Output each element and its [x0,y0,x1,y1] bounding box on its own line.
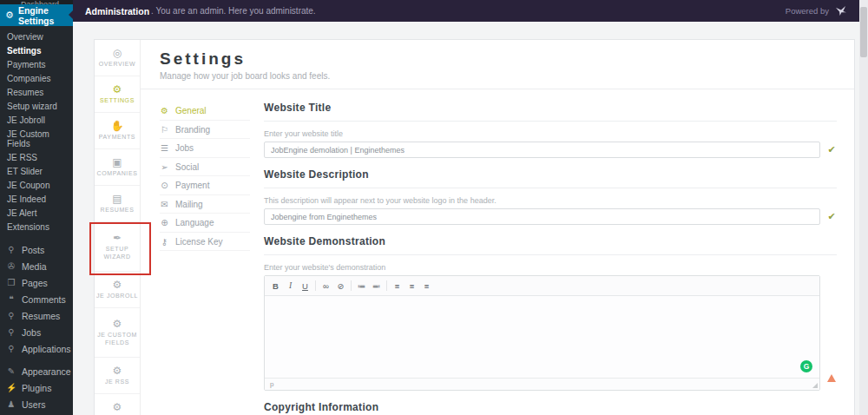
media-icon: ✇ [6,262,16,271]
tab-license-key[interactable]: ⚷ License Key [160,233,250,252]
tab-label: Payment [175,181,209,190]
sidebar-item-label: Applications [22,344,71,354]
bold-button[interactable]: B [268,280,283,293]
tab-language[interactable]: ⊕ Language [160,214,250,233]
bullet-list-button[interactable]: ≔ [354,280,369,293]
section-heading-website-description: Website Description [264,168,837,188]
underline-button[interactable]: U [298,280,312,293]
toolbar-separator [315,280,316,291]
sidebar-item-je-indeed[interactable]: JE Indeed [0,192,73,206]
admin-bar-title: Administration [85,6,149,16]
panel-nav-settings[interactable]: ⚙ SETTINGS [95,76,140,113]
gear-icon: ⚙ [113,402,122,412]
sidebar-item-label: Appearance [22,366,71,377]
align-right-button[interactable]: ≡ [419,280,434,293]
panel-nav-et-slider[interactable]: ⚙ ET SLIDER [95,394,140,415]
resize-handle-icon[interactable] [812,383,818,388]
link-button[interactable]: ∞ [319,280,333,293]
engine-settings-submenu: Overview Settings Payments Companies Res… [0,26,73,234]
align-left-button[interactable]: ≡ [390,280,404,293]
plugin-icon: ⚡ [6,384,16,392]
panel-nav-companies[interactable]: ▣ COMPANIES [95,149,140,186]
tab-social[interactable]: ➢ Social [160,158,250,177]
sidebar-item-label: Plugins [22,383,51,393]
editor-body[interactable]: G [265,296,819,378]
sidebar-item-pages[interactable]: ❐ Pages [0,274,73,291]
tab-mailing[interactable]: ✉ Mailing [160,195,250,214]
valid-check-icon: ✔ [826,144,837,155]
sidebar-item-je-rss[interactable]: JE RSS [0,150,73,164]
panel-nav-je-custom-fields[interactable]: ⚙ JE CUSTOM FIELDS [95,308,140,358]
tab-branding[interactable]: ⚐ Branding [160,121,250,140]
browser-scrollbar[interactable] [859,0,868,415]
scrollbar-thumb[interactable] [860,7,867,57]
key-icon: ⚷ [160,237,169,247]
nav-label: RESUMES [101,207,135,214]
sidebar-item-payments[interactable]: Payments [0,57,73,71]
sidebar-item-setup-wizard[interactable]: Setup wizard [0,99,73,113]
sidebar-item-settings[interactable]: Settings [0,43,73,57]
italic-button[interactable]: I [283,280,298,293]
admin-bar-subtitle: . You are an admin. Here you administrat… [151,6,316,16]
tab-payment[interactable]: ⊙ Payment [160,176,250,195]
admin-content-area: ◎ OVERVIEW ⚙ SETTINGS ✋ PAYMENTS ▣ COMPA… [73,22,859,415]
sidebar-item-je-alert[interactable]: JE Alert [0,206,73,220]
admin-bar: Administration . You are an admin. Here … [73,0,859,22]
sidebar-item-resumes-cpt[interactable]: ⚲ Resumes [0,307,73,324]
tab-label: Branding [175,125,210,135]
envelope-icon: ✉ [160,200,169,209]
id-card-icon: ▤ [112,194,122,204]
sidebar-item-label: Media [22,261,47,272]
section-heading-website-title: Website Title [264,102,837,122]
nav-label: PAYMENTS [99,134,135,142]
page-title: Settings [160,49,854,69]
sidebar-item-label: Posts [22,245,44,255]
sidebar-item-jobs[interactable]: ⚲ Jobs [0,324,73,340]
sidebar-item-je-coupon[interactable]: JE Coupon [0,178,73,192]
numbered-list-button[interactable]: ≕ [369,280,384,293]
sidebar-item-posts[interactable]: ⚲ Posts [0,241,73,258]
section-heading-website-demonstration: Website Demonstration [264,235,837,255]
sidebar-item-companies[interactable]: Companies [0,71,73,85]
pin-icon: ⚲ [6,312,16,320]
tab-jobs[interactable]: ☰ Jobs [160,139,250,158]
sidebar-item-users[interactable]: ♟ Users [0,396,73,412]
website-description-input[interactable] [264,208,820,225]
panel-nav-overview[interactable]: ◎ OVERVIEW [95,40,140,76]
panel-nav-resumes[interactable]: ▤ RESUMES [95,186,140,222]
sidebar-item-media[interactable]: ✇ Media [0,258,73,274]
sidebar-item-overview[interactable]: Overview [0,30,73,43]
align-center-button[interactable]: ≡ [404,280,419,293]
wp-main-menu: ⚲ Posts ✇ Media ❐ Pages ❝ Comments ⚲ Res… [0,241,73,415]
globe-icon: ⊕ [160,218,169,227]
user-icon: ♟ [6,400,16,409]
panel-nav-je-jobroll[interactable]: ⚙ JE JOBROLL [95,272,140,308]
sidebar-item-extensions[interactable]: Extensions [0,220,73,234]
tab-general[interactable]: ⚙ General [160,102,250,121]
tab-label: Language [175,218,214,227]
sidebar-item-applications[interactable]: ⚲ Applications [0,340,73,357]
sidebar-item-je-jobroll[interactable]: JE Jobroll [0,113,73,127]
sidebar-item-engine-settings[interactable]: ⚙ Engine Settings [0,4,73,26]
panel-nav-payments[interactable]: ✋ PAYMENTS [95,113,140,149]
pin-icon: ⚲ [6,246,16,254]
panel-nav-je-rss[interactable]: ⚙ JE RSS [95,358,140,394]
toolbar-separator [386,280,387,291]
sidebar-item-je-custom-fields[interactable]: JE Custom Fields [0,127,73,150]
editor-status-bar: p [265,378,819,390]
sidebar-item-appearance[interactable]: ✎ Appearance [0,363,73,379]
unlink-button[interactable]: ⊘ [333,280,348,293]
tab-label: Social [175,162,199,172]
brush-icon: ✎ [6,367,16,376]
rich-text-editor[interactable]: B I U ∞ ⊘ ≔ ≕ ≡ ≡ [264,275,820,391]
sidebar-item-et-slider[interactable]: ET Slider [0,164,73,178]
website-title-input[interactable] [264,142,820,158]
sidebar-item-resumes[interactable]: Resumes [0,85,73,99]
nav-label: JE RSS [105,379,129,386]
comments-icon: ❝ [6,295,16,304]
website-demonstration-label: Enter your website's demonstration [264,263,837,272]
grammarly-icon[interactable]: G [800,360,812,372]
sidebar-item-plugins[interactable]: ⚡ Plugins [0,379,73,396]
sidebar-item-comments[interactable]: ❝ Comments [0,291,73,307]
share-icon: ➢ [160,162,169,172]
